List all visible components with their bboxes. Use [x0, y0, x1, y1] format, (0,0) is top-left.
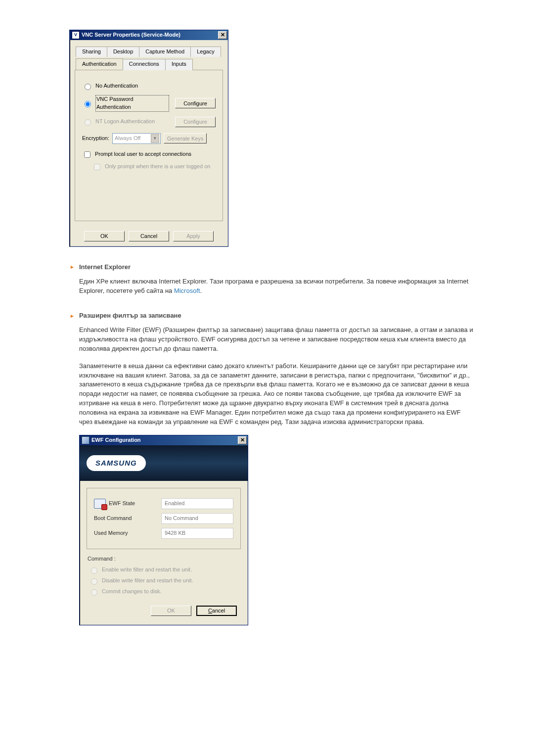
ewf-state-row: EWF State Enabled: [94, 498, 233, 509]
radio-disable-ewf-label: Disable write filter and restart the uni…: [102, 577, 193, 585]
tabs-row-2: Authentication Connections Inputs: [75, 58, 223, 70]
encryption-field: Encryption: Always Off ▾ Generate Keys: [82, 133, 216, 144]
vnc-dialog-buttons: OK Cancel Apply: [70, 226, 228, 246]
radio-commit-ewf-label: Commit changes to disk.: [102, 588, 161, 596]
tab-connections[interactable]: Connections: [123, 59, 166, 70]
arrow-bullet-icon: ▸: [69, 264, 75, 270]
vnc-app-icon: V: [72, 31, 80, 39]
tabs-row-1: Sharing Desktop Capture Method Legacy: [75, 46, 223, 56]
ie-paragraph: Един XPe клиент включва Internet Explore…: [79, 277, 475, 296]
radio-enable-ewf-label: Enable write filter and restart the unit…: [102, 566, 192, 574]
ewf-state-value: Enabled: [161, 498, 233, 509]
tab-inputs[interactable]: Inputs: [165, 59, 193, 70]
radio-enable-row: Enable write filter and restart the unit…: [89, 566, 239, 574]
chk-only-prompt-row: Only prompt when there is a user logged …: [92, 162, 216, 172]
ewf-cancel-rest: ancel: [212, 608, 225, 614]
cancel-button[interactable]: Cancel: [129, 231, 169, 241]
radio-no-auth[interactable]: [85, 84, 91, 90]
tab-desktop[interactable]: Desktop: [107, 47, 139, 57]
ok-button[interactable]: OK: [84, 231, 125, 241]
section-heading-ie: ▸ Internet Explorer: [69, 263, 475, 272]
microsoft-link[interactable]: Microsoft: [174, 287, 200, 294]
radio-commit-ewf: [91, 589, 97, 596]
section-heading-ewf: ▸ Разширен филтър за записване: [69, 311, 475, 321]
encryption-label: Encryption:: [82, 135, 109, 142]
ewf-boot-value: No Command: [161, 513, 233, 524]
radio-vnc-pwd-label: VNC Password Authentication: [95, 95, 169, 112]
radio-commit-row: Commit changes to disk.: [89, 588, 239, 596]
encryption-select: Always Off ▾: [112, 133, 161, 144]
vnc-window-title: VNC Server Properties (Service-Mode): [82, 31, 218, 39]
ewf-window-title: EWF Configuration: [91, 436, 238, 444]
ie-body-text: Един XPe клиент включва Internet Explore…: [79, 278, 468, 294]
radio-disable-row: Disable write filter and restart the uni…: [89, 577, 239, 585]
vnc-body: Sharing Desktop Capture Method Legacy Au…: [70, 40, 228, 226]
chk-prompt[interactable]: [84, 151, 90, 158]
ewf-app-icon: [82, 436, 89, 444]
ewf-command-label: Command :: [88, 555, 241, 563]
radio-no-auth-label: No Authentication: [95, 82, 138, 90]
ewf-state-label-text: EWF State: [109, 500, 135, 508]
ewf-info-box: EWF State Enabled Boot Command No Comman…: [87, 488, 241, 549]
ewf-mem-row: Used Memory 9428 KB: [94, 528, 233, 539]
chk-prompt-label: Prompt local user to accept connections: [95, 150, 191, 158]
close-icon[interactable]: ✕: [218, 31, 227, 39]
ewf-banner: SAMSUNG: [80, 445, 248, 481]
ie-body-after: .: [200, 287, 202, 294]
radio-enable-ewf: [91, 567, 97, 574]
ewf-ok-button: OK: [151, 606, 191, 616]
ewf-paragraph-2: Запаметените в кеша данни са ефективни с…: [79, 362, 475, 427]
ewf-mem-label: Used Memory: [94, 529, 153, 537]
vnc-properties-dialog: V VNC Server Properties (Service-Mode) ✕…: [69, 30, 228, 247]
radio-no-auth-row[interactable]: No Authentication: [82, 82, 216, 90]
ewf-paragraph-1: Enhanced Write Filter (EWF) (Разширен фи…: [79, 326, 475, 354]
section-title-ie: Internet Explorer: [79, 263, 131, 272]
ewf-state-label: EWF State: [94, 499, 153, 509]
arrow-bullet-icon: ▸: [69, 313, 75, 319]
ewf-command-radios: Enable write filter and restart the unit…: [87, 566, 241, 596]
ewf-config-dialog: EWF Configuration ✕ SAMSUNG EWF State En…: [79, 435, 248, 625]
ewf-boot-label: Boot Command: [94, 515, 153, 522]
radio-nt-logon: [85, 119, 91, 126]
chk-prompt-row[interactable]: Prompt local user to accept connections: [82, 150, 216, 159]
encryption-value: Always Off: [115, 135, 140, 142]
chk-only-prompt: [94, 164, 100, 170]
ewf-mem-value: 9428 KB: [161, 528, 233, 539]
configure-vnc-pwd-button[interactable]: Configure: [175, 98, 216, 108]
section-title-ewf: Разширен филтър за записване: [79, 311, 181, 321]
samsung-logo: SAMSUNG: [87, 455, 146, 471]
drive-icon: [94, 499, 106, 509]
ewf-cancel-button[interactable]: Cancel: [196, 606, 237, 616]
ewf-body: EWF State Enabled Boot Command No Comman…: [80, 481, 248, 625]
close-icon[interactable]: ✕: [238, 436, 247, 444]
radio-nt-logon-label: NT Logon Authentication: [95, 118, 155, 126]
ewf-boot-row: Boot Command No Command: [94, 513, 233, 524]
tab-legacy[interactable]: Legacy: [190, 47, 221, 57]
apply-button: Apply: [173, 231, 214, 241]
radio-vnc-pwd-row[interactable]: VNC Password Authentication Configure: [82, 95, 216, 112]
tab-capture-method[interactable]: Capture Method: [139, 47, 191, 57]
radio-disable-ewf: [91, 578, 97, 585]
radio-vnc-pwd[interactable]: [85, 101, 91, 107]
chk-only-prompt-label: Only prompt when there is a user logged …: [105, 163, 210, 171]
tab-panel-authentication: No Authentication VNC Password Authentic…: [75, 70, 223, 221]
chevron-down-icon: ▾: [151, 134, 159, 143]
generate-keys-button: Generate Keys: [164, 133, 207, 143]
configure-nt-logon-button: Configure: [175, 117, 216, 127]
radio-nt-logon-row: NT Logon Authentication Configure: [82, 117, 216, 127]
tab-authentication[interactable]: Authentication: [76, 58, 123, 70]
tab-sharing[interactable]: Sharing: [76, 47, 107, 57]
ewf-titlebar: EWF Configuration ✕: [80, 435, 248, 445]
vnc-titlebar: V VNC Server Properties (Service-Mode) ✕: [70, 30, 228, 40]
ewf-dialog-buttons: OK Cancel: [87, 599, 241, 620]
